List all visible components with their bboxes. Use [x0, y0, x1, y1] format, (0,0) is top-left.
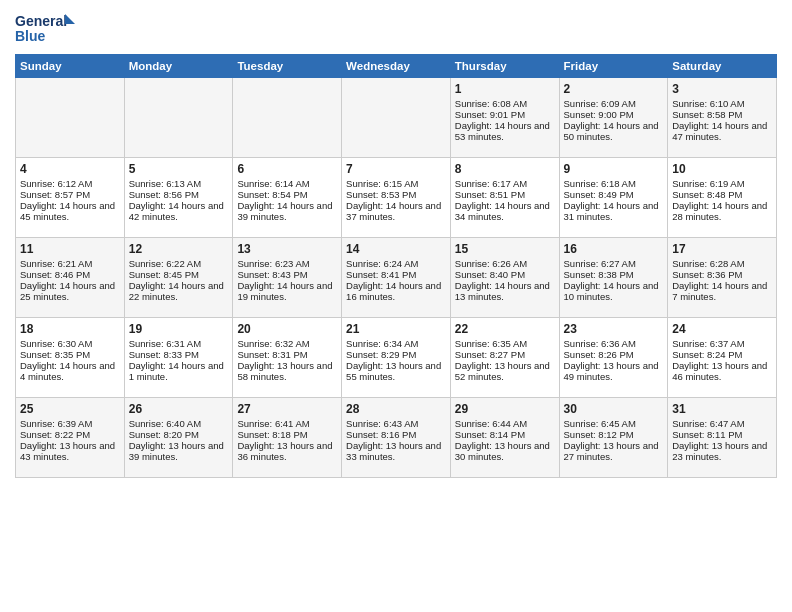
day-info: Sunrise: 6:37 AM — [672, 338, 772, 349]
day-info: Sunset: 8:24 PM — [672, 349, 772, 360]
calendar-cell: 26Sunrise: 6:40 AMSunset: 8:20 PMDayligh… — [124, 398, 233, 478]
day-info: Sunset: 8:43 PM — [237, 269, 337, 280]
logo: GeneralBlue — [15, 10, 75, 46]
day-info: Sunset: 8:11 PM — [672, 429, 772, 440]
day-number: 8 — [455, 162, 555, 176]
day-info: Daylight: 13 hours and 27 minutes. — [564, 440, 664, 462]
day-info: Sunrise: 6:17 AM — [455, 178, 555, 189]
day-info: Sunset: 8:29 PM — [346, 349, 446, 360]
day-info: Sunrise: 6:09 AM — [564, 98, 664, 109]
calendar-cell: 27Sunrise: 6:41 AMSunset: 8:18 PMDayligh… — [233, 398, 342, 478]
calendar-cell: 11Sunrise: 6:21 AMSunset: 8:46 PMDayligh… — [16, 238, 125, 318]
column-header-monday: Monday — [124, 55, 233, 78]
day-info: Daylight: 14 hours and 4 minutes. — [20, 360, 120, 382]
day-info: Daylight: 13 hours and 49 minutes. — [564, 360, 664, 382]
calendar-cell: 14Sunrise: 6:24 AMSunset: 8:41 PMDayligh… — [342, 238, 451, 318]
day-info: Sunrise: 6:27 AM — [564, 258, 664, 269]
header-row: SundayMondayTuesdayWednesdayThursdayFrid… — [16, 55, 777, 78]
day-number: 26 — [129, 402, 229, 416]
calendar-cell: 7Sunrise: 6:15 AMSunset: 8:53 PMDaylight… — [342, 158, 451, 238]
week-row-3: 11Sunrise: 6:21 AMSunset: 8:46 PMDayligh… — [16, 238, 777, 318]
day-info: Sunrise: 6:31 AM — [129, 338, 229, 349]
day-number: 17 — [672, 242, 772, 256]
day-info: Sunset: 8:54 PM — [237, 189, 337, 200]
day-info: Sunset: 8:26 PM — [564, 349, 664, 360]
header: GeneralBlue — [15, 10, 777, 46]
day-info: Sunset: 8:57 PM — [20, 189, 120, 200]
day-info: Sunset: 9:00 PM — [564, 109, 664, 120]
day-number: 7 — [346, 162, 446, 176]
day-info: Sunset: 8:40 PM — [455, 269, 555, 280]
column-header-sunday: Sunday — [16, 55, 125, 78]
day-number: 12 — [129, 242, 229, 256]
day-info: Sunset: 8:36 PM — [672, 269, 772, 280]
day-info: Sunset: 8:12 PM — [564, 429, 664, 440]
day-info: Sunrise: 6:21 AM — [20, 258, 120, 269]
day-number: 23 — [564, 322, 664, 336]
day-info: Sunrise: 6:26 AM — [455, 258, 555, 269]
day-info: Daylight: 14 hours and 13 minutes. — [455, 280, 555, 302]
calendar-cell: 15Sunrise: 6:26 AMSunset: 8:40 PMDayligh… — [450, 238, 559, 318]
day-info: Sunset: 9:01 PM — [455, 109, 555, 120]
day-number: 10 — [672, 162, 772, 176]
day-number: 19 — [129, 322, 229, 336]
day-number: 16 — [564, 242, 664, 256]
day-number: 6 — [237, 162, 337, 176]
calendar-cell: 2Sunrise: 6:09 AMSunset: 9:00 PMDaylight… — [559, 78, 668, 158]
day-info: Sunset: 8:31 PM — [237, 349, 337, 360]
day-info: Sunrise: 6:34 AM — [346, 338, 446, 349]
calendar-cell: 30Sunrise: 6:45 AMSunset: 8:12 PMDayligh… — [559, 398, 668, 478]
calendar-cell: 10Sunrise: 6:19 AMSunset: 8:48 PMDayligh… — [668, 158, 777, 238]
day-number: 27 — [237, 402, 337, 416]
day-number: 9 — [564, 162, 664, 176]
day-info: Sunset: 8:35 PM — [20, 349, 120, 360]
day-info: Sunrise: 6:35 AM — [455, 338, 555, 349]
day-number: 5 — [129, 162, 229, 176]
calendar-cell: 8Sunrise: 6:17 AMSunset: 8:51 PMDaylight… — [450, 158, 559, 238]
day-info: Sunset: 8:51 PM — [455, 189, 555, 200]
day-number: 20 — [237, 322, 337, 336]
day-info: Sunset: 8:48 PM — [672, 189, 772, 200]
day-info: Daylight: 14 hours and 31 minutes. — [564, 200, 664, 222]
day-number: 29 — [455, 402, 555, 416]
calendar-cell — [16, 78, 125, 158]
day-info: Sunrise: 6:45 AM — [564, 418, 664, 429]
day-info: Daylight: 14 hours and 16 minutes. — [346, 280, 446, 302]
day-info: Sunrise: 6:10 AM — [672, 98, 772, 109]
day-info: Sunrise: 6:22 AM — [129, 258, 229, 269]
day-info: Sunrise: 6:08 AM — [455, 98, 555, 109]
day-info: Daylight: 13 hours and 55 minutes. — [346, 360, 446, 382]
day-info: Sunrise: 6:36 AM — [564, 338, 664, 349]
calendar-table: SundayMondayTuesdayWednesdayThursdayFrid… — [15, 54, 777, 478]
calendar-cell: 12Sunrise: 6:22 AMSunset: 8:45 PMDayligh… — [124, 238, 233, 318]
calendar-cell — [124, 78, 233, 158]
day-number: 15 — [455, 242, 555, 256]
day-number: 28 — [346, 402, 446, 416]
calendar-cell: 4Sunrise: 6:12 AMSunset: 8:57 PMDaylight… — [16, 158, 125, 238]
day-info: Sunset: 8:16 PM — [346, 429, 446, 440]
day-info: Sunrise: 6:24 AM — [346, 258, 446, 269]
calendar-cell: 13Sunrise: 6:23 AMSunset: 8:43 PMDayligh… — [233, 238, 342, 318]
week-row-1: 1Sunrise: 6:08 AMSunset: 9:01 PMDaylight… — [16, 78, 777, 158]
day-info: Sunrise: 6:32 AM — [237, 338, 337, 349]
day-info: Daylight: 14 hours and 22 minutes. — [129, 280, 229, 302]
calendar-cell: 3Sunrise: 6:10 AMSunset: 8:58 PMDaylight… — [668, 78, 777, 158]
calendar-cell: 31Sunrise: 6:47 AMSunset: 8:11 PMDayligh… — [668, 398, 777, 478]
calendar-cell: 21Sunrise: 6:34 AMSunset: 8:29 PMDayligh… — [342, 318, 451, 398]
day-info: Sunrise: 6:40 AM — [129, 418, 229, 429]
day-info: Daylight: 13 hours and 39 minutes. — [129, 440, 229, 462]
day-info: Sunrise: 6:12 AM — [20, 178, 120, 189]
svg-marker-2 — [65, 14, 75, 24]
day-info: Sunrise: 6:47 AM — [672, 418, 772, 429]
svg-text:Blue: Blue — [15, 28, 46, 44]
day-info: Daylight: 14 hours and 42 minutes. — [129, 200, 229, 222]
calendar-cell: 25Sunrise: 6:39 AMSunset: 8:22 PMDayligh… — [16, 398, 125, 478]
column-header-saturday: Saturday — [668, 55, 777, 78]
day-number: 25 — [20, 402, 120, 416]
column-header-wednesday: Wednesday — [342, 55, 451, 78]
day-info: Sunset: 8:18 PM — [237, 429, 337, 440]
calendar-cell: 28Sunrise: 6:43 AMSunset: 8:16 PMDayligh… — [342, 398, 451, 478]
day-info: Sunset: 8:38 PM — [564, 269, 664, 280]
column-header-friday: Friday — [559, 55, 668, 78]
day-info: Daylight: 14 hours and 10 minutes. — [564, 280, 664, 302]
